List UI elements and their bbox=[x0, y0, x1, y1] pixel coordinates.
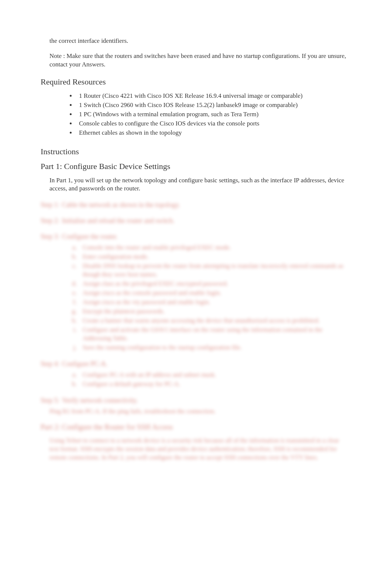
step-title: Configure the router. bbox=[62, 233, 117, 241]
step5-heading: Step 5: Verify network connectivity. bbox=[41, 397, 348, 404]
required-resources-heading: Required Resources bbox=[41, 77, 348, 87]
step-label: Step 1: bbox=[41, 201, 62, 209]
part1-heading: Part 1: Configure Basic Device Settings bbox=[41, 162, 348, 171]
list-item: Assign class as the privileged EXEC encr… bbox=[78, 280, 348, 288]
list-item: Assign cisco as the console password and… bbox=[78, 289, 348, 297]
part1-intro: In Part 1, you will set up the network t… bbox=[49, 176, 348, 193]
step-title: Verify network connectivity. bbox=[62, 397, 138, 404]
step4-heading: Step 4: Configure PC-A. bbox=[41, 360, 348, 368]
step-label: Step 4: bbox=[41, 360, 62, 368]
step1-heading: Step 1: Cable the network as shown in th… bbox=[41, 201, 348, 209]
list-item: Create a banner that warns anyone access… bbox=[78, 317, 348, 325]
list-item: Assign cisco as the vty password and ena… bbox=[78, 298, 348, 307]
list-item: Console cables to configure the Cisco IO… bbox=[76, 120, 348, 128]
list-item: 1 Switch (Cisco 2960 with Cisco IOS Rele… bbox=[76, 101, 348, 110]
list-item: Configure a default gateway for PC-A. bbox=[78, 380, 348, 389]
step-title: Initialize and reload the router and swi… bbox=[62, 217, 174, 225]
step3-heading: Step 3: Configure the router. bbox=[41, 233, 348, 241]
resources-list: 1 Router (Cisco 4221 with Cisco IOS XE R… bbox=[76, 92, 348, 137]
step-label: Step 5: bbox=[41, 397, 62, 404]
step-label: Step 3: bbox=[41, 233, 62, 241]
blurred-content-area: Step 1: Cable the network as shown in th… bbox=[41, 201, 348, 462]
list-item: Console into the router and enable privi… bbox=[78, 244, 348, 252]
list-item: Configure PC-A with an IP address and su… bbox=[78, 371, 348, 379]
list-item: Encrypt the plaintext passwords. bbox=[78, 307, 348, 316]
intro-tail-line: the correct interface identifiers. bbox=[49, 37, 348, 45]
list-item: Ethernet cables as shown in the topology bbox=[76, 129, 348, 137]
list-item: 1 Router (Cisco 4221 with Cisco IOS XE R… bbox=[76, 92, 348, 100]
list-item: Save the running configuration to the st… bbox=[78, 344, 348, 352]
part2-heading: Part 2: Configure the Router for SSH Acc… bbox=[41, 423, 348, 431]
step-title: Cable the network as shown in the topolo… bbox=[62, 201, 180, 209]
list-item: Configure and activate the G0/0/1 interf… bbox=[78, 326, 348, 343]
part2-intro: Using Telnet to connect to a network dev… bbox=[49, 437, 348, 462]
list-item: Disable DNS lookup to prevent the router… bbox=[78, 262, 348, 279]
list-item: 1 PC (Windows with a terminal emulation … bbox=[76, 110, 348, 119]
step-label: Step 2: bbox=[41, 217, 62, 225]
step4-list: Configure PC-A with an IP address and su… bbox=[78, 371, 348, 389]
step3-list: Console into the router and enable privi… bbox=[78, 244, 348, 352]
instructions-heading: Instructions bbox=[41, 147, 348, 156]
step2-heading: Step 2: Initialize and reload the router… bbox=[41, 217, 348, 225]
list-item: Enter configuration mode. bbox=[78, 253, 348, 261]
note-paragraph: Note : Make sure that the routers and sw… bbox=[49, 52, 348, 69]
step5-text: Ping R1 from PC-A. If the ping fails, tr… bbox=[49, 407, 348, 416]
step-title: Configure PC-A. bbox=[62, 360, 107, 368]
